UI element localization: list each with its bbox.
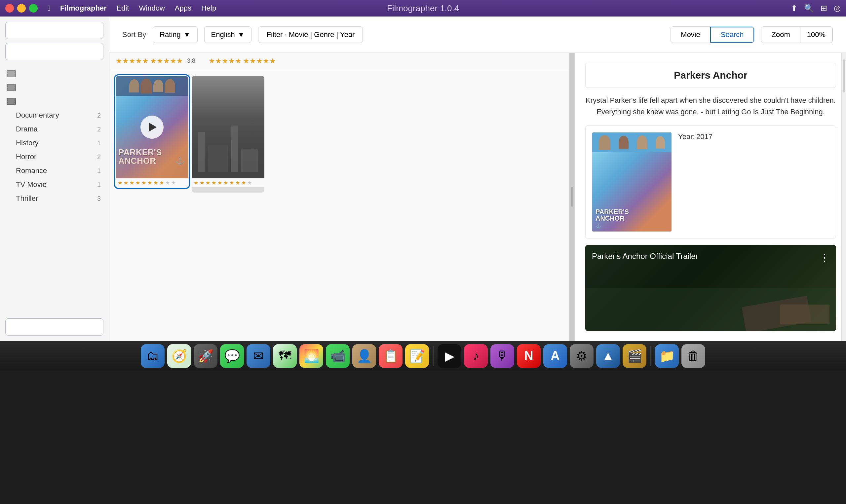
control-center-icon[interactable]: ⊞ [821,4,827,13]
dock-notes[interactable]: 📝 [405,344,429,368]
minimize-button[interactable] [17,4,26,13]
detail-poster-image: PARKER'SANCHOR ⚓ [592,132,671,232]
second-rating: ★★★★★ ★★★★★ [192,178,264,187]
svg-rect-7 [7,85,15,90]
play-button[interactable] [140,115,163,139]
files-icon: 📁 [659,349,675,363]
svg-rect-10 [15,86,16,87]
dock-maps[interactable]: 🗺 [273,344,297,368]
dock-appstore[interactable]: A [543,344,567,368]
sort-chevron-icon: ▼ [183,30,191,39]
apple-menu[interactable]:  [48,4,50,13]
sidebar-search-bottom[interactable] [5,43,103,60]
sidebar-item-horror[interactable]: Horror 2 [0,150,109,164]
view-search-button[interactable]: Search [710,27,755,42]
dock-music[interactable]: ♪ [464,344,488,368]
dock-news[interactable]: N [517,344,541,368]
contacts-icon: 👤 [356,349,372,363]
dock-files[interactable]: 📁 [655,344,679,368]
dock-contacts[interactable]: 👤 [352,344,376,368]
dock-settings[interactable]: ⚙ [570,344,594,368]
sidebar-item-romance[interactable]: Romance 1 [0,164,109,178]
menu-edit[interactable]: Edit [117,4,129,13]
view-toggle: Movie Search [671,26,755,43]
settings-icon: ⚙ [576,349,587,363]
detail-scrollbar[interactable] [841,53,846,341]
dock-spacer-2 [650,346,651,366]
svg-rect-9 [6,88,8,90]
dock-finder[interactable]: 🗂 [141,344,164,368]
filter-button[interactable]: Filter · Movie | Genre | Year [258,26,363,43]
svg-rect-8 [6,86,8,87]
sidebar-all-movies[interactable] [0,67,109,80]
dock-photos[interactable]: 🌅 [299,344,323,368]
menu-help[interactable]: Help [201,4,216,13]
sort-select[interactable]: Rating ▼ [153,26,197,43]
svg-rect-17 [15,102,16,103]
dock-mail[interactable]: ✉ [247,344,270,368]
dock-filmographer[interactable]: 🎬 [622,344,647,368]
language-select[interactable]: English ▼ [204,26,252,43]
messages-icon: 💬 [224,349,240,363]
notification-icon[interactable]: ⬆ [791,4,797,13]
dock-altus[interactable]: ▲ [596,344,620,368]
trailer-more-icon[interactable]: ⋮ [819,252,829,263]
poster-title: PARKER'SANCHOR [596,209,668,222]
sidebar-item-tvmovie[interactable]: TV Movie 1 [0,178,109,192]
svg-rect-14 [6,100,8,101]
svg-rect-1 [7,71,15,77]
svg-rect-13 [7,98,15,104]
reminders-icon: 📋 [383,349,399,363]
dock-trash[interactable]: 🗑 [682,344,705,368]
detail-scroll-thumb[interactable] [843,59,845,92]
dock-appletv[interactable]: ▶ [438,344,461,368]
dock-podcasts[interactable]: 🎙 [490,344,514,368]
trailer-section: Parker's Anchor Official Trailer ⋮ [585,245,836,331]
safari-icon: 🧭 [172,349,187,363]
podcasts-icon: 🎙 [496,349,509,363]
close-button[interactable] [5,4,14,13]
parker-poster: PARKER'SANCHOR ⚓ [116,76,188,178]
appletv-icon: ▶ [445,349,454,363]
menu-window[interactable]: Window [139,4,165,13]
sidebar-type-section[interactable] [0,94,109,108]
traffic-lights [5,4,38,13]
notes-icon: 📝 [409,349,425,363]
language-value: English [211,30,235,39]
sidebar-item-documentary[interactable]: Documentary 2 [0,108,109,122]
search-icon[interactable]: 🔍 [804,4,814,13]
movie-card-parkers-anchor[interactable]: PARKER'SANCHOR ⚓ ★★★★★ ★★ [116,76,188,187]
view-movie-button[interactable]: Movie [671,27,710,42]
svg-rect-4 [15,72,16,73]
movie-card-second[interactable]: ★★★★★ ★★★★★ [192,76,264,193]
content-divider[interactable] [569,53,575,341]
sidebar-item-thriller[interactable]: Thriller 3 [0,192,109,205]
sidebar-item-count: 3 [97,195,101,202]
sidebar-item-drama[interactable]: Drama 2 [0,122,109,136]
dock-facetime[interactable]: 📹 [326,344,350,368]
rating-preview-1: ★★★★★ ★★★★★ 3.8 [116,57,195,66]
menu-filmographer[interactable]: Filmographer [60,4,107,13]
dock-messages[interactable]: 💬 [220,344,244,368]
dock: 🗂 🧭 🚀 💬 ✉ 🗺 🌅 📹 👤 📋 📝 ▶ ♪ 🎙 N A [0,341,846,371]
dock-launchpad[interactable]: 🚀 [194,344,217,368]
sidebar-item-count: 1 [97,181,101,188]
titlebar:  Filmographer Edit Window Apps Help Fil… [0,0,846,17]
maximize-button[interactable] [29,4,38,13]
zoom-label-button[interactable]: Zoom [761,27,800,42]
dock-reminders[interactable]: 📋 [379,344,403,368]
sidebar-item-history[interactable]: History 1 [0,136,109,150]
dock-safari[interactable]: 🧭 [167,344,191,368]
sidebar-item-count: 2 [97,112,101,119]
detail-description: Krystal Parker's life fell apart when sh… [585,94,836,118]
filmographer-icon: 🎬 [627,349,642,363]
appstore-icon: A [550,349,560,363]
menu-apps[interactable]: Apps [175,4,191,13]
svg-rect-11 [15,88,16,90]
sidebar-genre-section[interactable] [0,80,109,94]
zoom-controls: Zoom 100% [761,26,833,43]
sidebar-search-top[interactable] [5,22,103,39]
sidebar-bottom-button[interactable] [5,318,103,336]
siri-icon[interactable]: ◎ [834,4,841,13]
filter-label: Filter · Movie | Genre | Year [266,30,355,39]
